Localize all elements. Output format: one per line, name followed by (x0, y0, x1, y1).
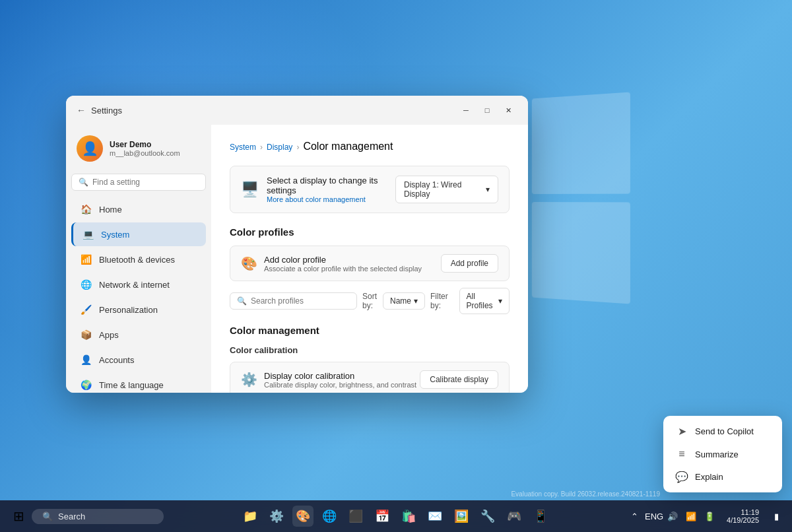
window-controls: ─ □ ✕ (457, 102, 517, 118)
sidebar-item-personalization[interactable]: 🖌️ Personalization (71, 298, 206, 321)
search-profiles-input[interactable] (251, 296, 350, 306)
taskbar-app-settings[interactable]: ⚙️ (266, 506, 287, 527)
clock-time: 11:19 (727, 508, 759, 516)
sort-filter: Sort by: Name ▾ (362, 292, 425, 310)
sidebar-item-bluetooth[interactable]: 📶 Bluetooth & devices (71, 248, 206, 271)
taskbar-app-calendar[interactable]: 📅 (372, 506, 393, 527)
maximize-button[interactable]: □ (478, 102, 496, 118)
display-dropdown-label: Display 1: Wired Display (404, 180, 482, 199)
start-button[interactable]: ⊞ (8, 506, 29, 527)
context-explain[interactable]: 💬 Explain (667, 465, 778, 488)
add-profile-title: Add color profile (264, 255, 422, 265)
sidebar-item-home[interactable]: 🏠 Home (71, 197, 206, 221)
user-info: User Demo m__lab@outlook.com (110, 140, 180, 157)
taskbar-app-colorpicker[interactable]: 🎨 (292, 506, 314, 527)
tray-lang-label: ENG (645, 512, 663, 521)
filter-arrow: ▾ (498, 296, 502, 306)
clock-date: 4/19/2025 (727, 516, 759, 524)
sidebar-item-network[interactable]: 🌐 Network & internet (71, 273, 206, 296)
sidebar-item-system[interactable]: 💻 System (71, 222, 206, 246)
taskbar-app-phone[interactable]: 📱 (530, 506, 551, 527)
add-profile-left: 🎨 Add color profile Associate a color pr… (241, 255, 422, 273)
taskbar-app-files[interactable]: 📁 (240, 506, 261, 527)
taskbar-search-label: Search (58, 512, 85, 521)
filter-select[interactable]: All Profiles ▾ (459, 288, 510, 314)
network-icon: 🌐 (79, 278, 92, 291)
calibration-left: ⚙️ Display color calibration Calibrate d… (241, 371, 416, 389)
sort-value: Name (390, 296, 411, 306)
sidebar-item-accounts[interactable]: 👤 Accounts (71, 348, 206, 372)
taskbar-app-tools[interactable]: 🔧 (477, 506, 498, 527)
taskbar-app-xbox[interactable]: 🎮 (504, 506, 525, 527)
more-about-link[interactable]: More about color management (267, 195, 395, 203)
title-bar: ← Settings ─ □ ✕ (66, 96, 528, 125)
taskbar-app-terminal[interactable]: ⬛ (345, 506, 366, 527)
taskbar-app-edge[interactable]: 🌐 (319, 506, 340, 527)
close-button[interactable]: ✕ (499, 102, 517, 118)
search-profiles-field[interactable]: 🔍 (230, 292, 357, 310)
settings-body: 👤 User Demo m__lab@outlook.com 🔍 🏠 Home … (66, 125, 528, 393)
sidebar-user[interactable]: 👤 User Demo m__lab@outlook.com (71, 130, 206, 167)
sort-arrow: ▾ (414, 296, 418, 306)
settings-window: ← Settings ─ □ ✕ 👤 User Demo m__lab@outl… (66, 96, 528, 393)
title-bar-left: ← Settings (77, 105, 122, 116)
bluetooth-icon: 📶 (79, 253, 92, 266)
tray-expand[interactable]: ⌃ (626, 508, 642, 524)
taskbar-app-paint[interactable]: 🖼️ (451, 506, 472, 527)
tray-volume[interactable]: 🔊 (665, 508, 680, 524)
minimize-button[interactable]: ─ (457, 102, 475, 118)
breadcrumb-system[interactable]: System (230, 143, 256, 152)
filter-value: All Profiles (467, 292, 496, 310)
add-profile-subtitle: Associate a color profile with the selec… (264, 265, 422, 273)
taskbar-app-store[interactable]: 🛍️ (398, 506, 419, 527)
context-send-copilot[interactable]: ➤ Send to Copilot (667, 420, 778, 443)
calibration-subtitle: Color calibration (230, 345, 510, 355)
display-dropdown-arrow: ▾ (486, 185, 490, 194)
taskbar-app-mail[interactable]: ✉️ (424, 506, 446, 527)
show-desktop[interactable]: ▮ (768, 508, 784, 524)
color-management-title: Color management (230, 325, 510, 336)
sidebar-item-time[interactable]: 🌍 Time & language (71, 373, 206, 393)
tray-network[interactable]: 📶 (683, 508, 699, 524)
breadcrumb-display[interactable]: Display (267, 143, 292, 152)
send-copilot-icon: ➤ (675, 425, 688, 438)
user-name: User Demo (110, 140, 180, 149)
display-card-left: 🖥️ Select a display to change its settin… (241, 176, 395, 203)
add-profile-text: Add color profile Associate a color prof… (264, 255, 422, 273)
window-title: Settings (91, 106, 122, 116)
color-profiles-section: Color profiles 🎨 Add color profile Assoc… (230, 226, 510, 314)
explain-icon: 💬 (675, 471, 688, 483)
tray-eng[interactable]: ENG (646, 508, 662, 524)
find-setting-search[interactable]: 🔍 (71, 174, 206, 191)
context-summarize-label: Summarize (695, 449, 739, 459)
sidebar-item-system-label: System (101, 230, 129, 240)
context-menu: ➤ Send to Copilot ≡ Summarize 💬 Explain (663, 416, 782, 492)
calibration-title: Display color calibration (264, 371, 416, 381)
tray-icons: ENG 🔊 📶 🔋 (646, 508, 717, 524)
add-profile-button[interactable]: Add profile (441, 254, 498, 273)
sidebar-item-apps[interactable]: 📦 Apps (71, 323, 206, 347)
back-button[interactable]: ← (77, 105, 86, 116)
context-send-copilot-label: Send to Copilot (695, 426, 754, 436)
display-dropdown[interactable]: Display 1: Wired Display ▾ (395, 176, 498, 203)
taskbar-search[interactable]: 🔍 Search (32, 509, 164, 524)
personalization-icon: 🖌️ (79, 303, 92, 316)
apps-icon: 📦 (79, 328, 92, 341)
filter-label: Filter by: (430, 292, 455, 310)
system-clock[interactable]: 11:19 4/19/2025 (721, 508, 764, 524)
breadcrumb-sep-2: › (296, 143, 299, 152)
sidebar-item-accounts-label: Accounts (99, 355, 134, 365)
context-explain-label: Explain (695, 472, 723, 482)
sidebar-item-time-label: Time & language (99, 380, 164, 390)
sort-select[interactable]: Name ▾ (383, 292, 425, 310)
search-input[interactable] (92, 178, 199, 187)
eval-watermark: Evaluation copy. Build 26032.release.240… (511, 490, 660, 498)
calibrate-display-button[interactable]: Calibrate display (420, 370, 498, 389)
context-summarize[interactable]: ≡ Summarize (667, 443, 778, 465)
filter-filter: Filter by: All Profiles ▾ (430, 288, 510, 314)
search-profiles-icon: 🔍 (237, 296, 247, 306)
color-management-section: Color management Color calibration ⚙️ Di… (230, 325, 510, 393)
sidebar: 👤 User Demo m__lab@outlook.com 🔍 🏠 Home … (66, 125, 211, 393)
tray-battery[interactable]: 🔋 (702, 508, 717, 524)
breadcrumb: System › Display › Color management (230, 141, 510, 152)
